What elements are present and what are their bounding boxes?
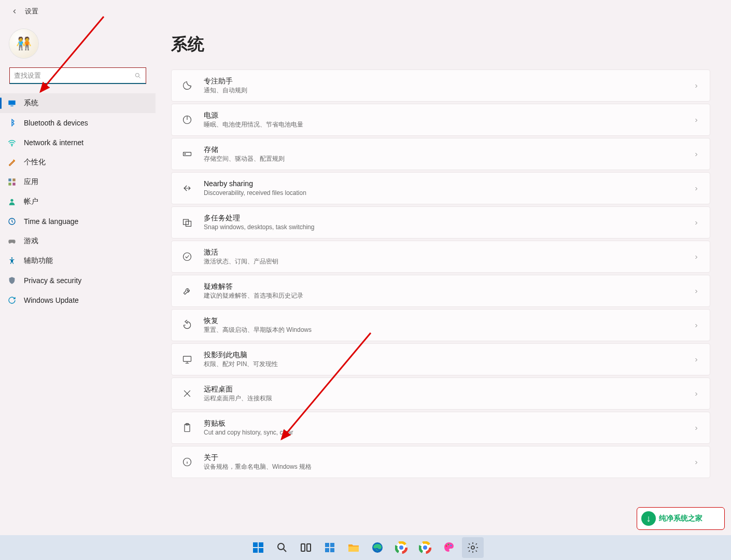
privacy-icon: [7, 276, 17, 285]
card-multitask[interactable]: 多任务处理Snap windows, desktops, task switch…: [171, 206, 710, 239]
card-clipboard[interactable]: 剪贴板Cut and copy history, sync, clear: [171, 412, 710, 444]
svg-point-46: [448, 544, 449, 545]
system-icon: [7, 99, 17, 108]
nav-item-update[interactable]: Windows Update: [0, 290, 156, 310]
svg-rect-33: [330, 548, 334, 552]
header-title: 设置: [25, 7, 38, 16]
main-content: 系统 专注助手通知、自动规则电源睡眠、电池使用情况、节省电池电量存储存储空间、驱…: [156, 23, 723, 533]
taskbar-paint[interactable]: [438, 537, 460, 558]
taskbar-settings[interactable]: [462, 537, 484, 558]
settings-card-list: 专注助手通知、自动规则电源睡眠、电池使用情况、节省电池电量存储存储空间、驱动器、…: [171, 69, 710, 478]
nav-item-label: Network & internet: [24, 138, 83, 147]
card-title: 疑难解答: [204, 282, 693, 291]
taskbar-chrome-1[interactable]: [390, 537, 412, 558]
taskbar-taskview[interactable]: [295, 537, 317, 558]
card-subtitle: 设备规格，重命名电脑、Windows 规格: [204, 463, 693, 471]
chevron-right-icon: [693, 424, 700, 431]
svg-point-0: [135, 73, 139, 77]
svg-rect-31: [330, 543, 334, 547]
card-text: 多任务处理Snap windows, desktops, task switch…: [204, 213, 693, 232]
chevron-right-icon: [693, 458, 700, 466]
card-title: 多任务处理: [204, 213, 693, 222]
taskbar-chrome-2[interactable]: [414, 537, 436, 558]
card-subtitle: 激活状态、订阅、产品密钥: [204, 257, 693, 266]
card-title: Nearby sharing: [204, 179, 693, 188]
card-storage[interactable]: 存储存储空间、驱动器、配置规则: [171, 138, 710, 170]
svg-rect-7: [12, 183, 15, 185]
nav-item-gaming[interactable]: 游戏: [0, 231, 156, 251]
nav-item-accounts[interactable]: 帐户: [0, 192, 156, 212]
card-recovery[interactable]: 恢复重置、高级启动、早期版本的 Windows: [171, 309, 710, 341]
taskbar-search[interactable]: [271, 537, 293, 558]
card-text: Nearby sharingDiscoverability, received …: [204, 179, 693, 198]
troubleshoot-icon: [181, 285, 193, 297]
svg-point-27: [278, 543, 284, 550]
taskbar-start[interactable]: [247, 537, 269, 558]
card-remote[interactable]: 远程桌面远程桌面用户、连接权限: [171, 377, 710, 410]
chevron-right-icon: [693, 219, 700, 226]
storage-icon: [181, 148, 193, 160]
nav-item-bluetooth[interactable]: Bluetooth & devices: [0, 113, 156, 133]
nav-item-time[interactable]: Time & language: [0, 212, 156, 231]
update-icon: [7, 296, 17, 305]
search-icon[interactable]: [133, 71, 143, 81]
nav-item-label: 系统: [24, 99, 38, 108]
card-about[interactable]: 关于设备规格，重命名电脑、Windows 规格: [171, 446, 710, 478]
card-title: 恢复: [204, 316, 693, 325]
nav-item-privacy[interactable]: Privacy & security: [0, 271, 156, 290]
nav-item-label: 辅助功能: [24, 256, 53, 265]
bluetooth-icon: [7, 118, 17, 128]
multitask-icon: [181, 216, 193, 229]
taskbar-edge[interactable]: [367, 537, 388, 558]
user-avatar[interactable]: 🧑‍🤝‍🧑: [9, 29, 38, 58]
nav-item-personalization[interactable]: 个性化: [0, 152, 156, 172]
taskbar-explorer[interactable]: [343, 537, 364, 558]
taskbar-widgets[interactable]: [319, 537, 341, 558]
card-title: 远程桌面: [204, 384, 693, 394]
card-title: 激活: [204, 247, 693, 257]
card-nearby[interactable]: Nearby sharingDiscoverability, received …: [171, 172, 710, 204]
svg-point-10: [11, 257, 13, 259]
sidebar: 🧑‍🤝‍🧑 系统Bluetooth & devicesNetwork & int…: [0, 23, 156, 310]
svg-rect-17: [184, 356, 191, 361]
card-text: 存储存储空间、驱动器、配置规则: [204, 145, 693, 163]
nav-item-accessibility[interactable]: 辅助功能: [0, 251, 156, 271]
card-text: 剪贴板Cut and copy history, sync, clear: [204, 418, 693, 437]
svg-rect-29: [307, 544, 311, 551]
svg-rect-32: [325, 548, 329, 552]
chevron-right-icon: [693, 150, 700, 158]
svg-point-44: [423, 545, 427, 550]
watermark-badge: ↓ 纯净系统之家: [637, 507, 725, 530]
watermark-icon: ↓: [641, 511, 656, 526]
card-subtitle: 远程桌面用户、连接权限: [204, 394, 693, 403]
settings-window: 设置 🧑‍🤝‍🧑 系统Bluetooth & devicesNetwork & …: [0, 0, 731, 560]
svg-rect-6: [8, 183, 11, 185]
nav-item-label: Privacy & security: [24, 276, 81, 285]
nearby-icon: [181, 182, 193, 194]
window-header: 设置: [0, 0, 731, 23]
page-title: 系统: [171, 33, 710, 56]
card-subtitle: 睡眠、电池使用情况、节省电池电量: [204, 120, 693, 129]
nav-item-label: 应用: [24, 177, 38, 187]
nav-item-system[interactable]: 系统: [0, 93, 156, 113]
card-project[interactable]: 投影到此电脑权限、配对 PIN、可发现性: [171, 343, 710, 375]
apps-icon: [7, 177, 17, 187]
svg-rect-25: [253, 548, 258, 553]
card-text: 激活激活状态、订阅、产品密钥: [204, 247, 693, 266]
svg-point-39: [399, 545, 403, 550]
remote-icon: [181, 387, 193, 400]
nav-item-network[interactable]: Network & internet: [0, 133, 156, 152]
nav-item-label: 个性化: [24, 158, 46, 167]
search-input[interactable]: [9, 67, 146, 84]
card-subtitle: Discoverability, received files location: [204, 189, 693, 198]
chevron-right-icon: [693, 321, 700, 329]
chevron-right-icon: [693, 390, 700, 397]
card-power[interactable]: 电源睡眠、电池使用情况、节省电池电量: [171, 104, 710, 136]
nav-item-label: 游戏: [24, 236, 38, 246]
back-button[interactable]: [7, 4, 22, 19]
card-focus[interactable]: 专注助手通知、自动规则: [171, 69, 710, 102]
card-activation[interactable]: 激活激活状态、订阅、产品密钥: [171, 241, 710, 273]
card-title: 电源: [204, 110, 693, 120]
nav-item-apps[interactable]: 应用: [0, 172, 156, 192]
card-troubleshoot[interactable]: 疑难解答建议的疑难解答、首选项和历史记录: [171, 275, 710, 307]
